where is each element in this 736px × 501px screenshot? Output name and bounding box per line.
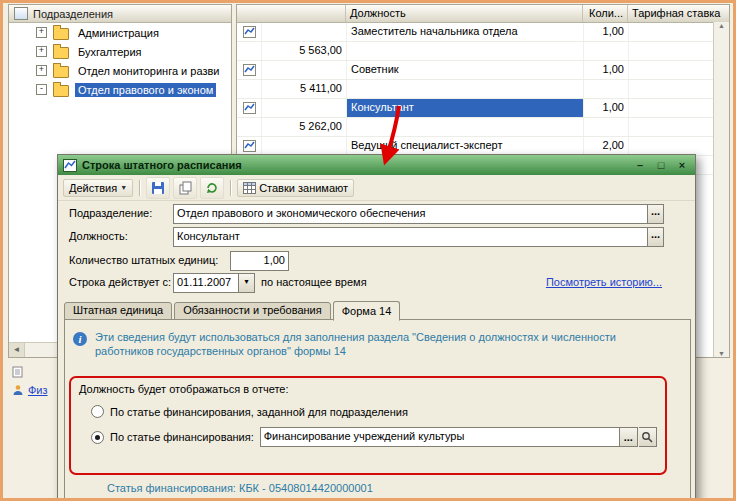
option-label[interactable]: По статье финансирования, заданной для п… — [110, 406, 408, 418]
tree-item-label: Администрация — [75, 26, 162, 40]
table-row[interactable]: 5 411,00 — [237, 80, 729, 99]
view-history-link[interactable]: Посмотреть историю... — [546, 273, 662, 291]
position-cell[interactable]: Ведущий специалист-эксперт — [347, 137, 584, 155]
rates-occupied-label: Ставки занимают — [259, 182, 348, 194]
tree-item-label: Бухгалтерия — [75, 45, 145, 59]
expand-icon[interactable]: + — [36, 65, 47, 76]
dialog-toolbar: Действия ▼ Ставки занимают — [58, 175, 695, 201]
choose-button[interactable]: ... — [620, 427, 638, 447]
choose-button[interactable]: ... — [647, 205, 663, 223]
tree-item-administration[interactable]: + Администрация — [9, 23, 231, 42]
date-field[interactable]: 01.11.2007 ▾ — [173, 273, 255, 293]
department-value[interactable]: Отдел правового и экономического обеспеч… — [174, 205, 647, 223]
scroll-down-icon[interactable]: ▼ — [718, 350, 725, 357]
ellipsis-icon: ... — [624, 431, 633, 443]
form14-tab-panel: i Эти сведения будут использоваться для … — [64, 319, 691, 501]
salary-cell[interactable]: 5 411,00 — [262, 80, 347, 98]
rates-occupied-button[interactable]: Ставки занимают — [237, 179, 354, 197]
expand-icon[interactable]: + — [36, 27, 47, 38]
maximize-button[interactable]: □ — [653, 159, 669, 171]
dialog-icon — [63, 159, 77, 172]
department-field[interactable]: Отдел правового и экономического обеспеч… — [173, 204, 664, 224]
tree-item-label: Отдел мониторинга и разви — [75, 64, 222, 78]
count-field[interactable]: 1,00 — [230, 251, 289, 271]
scroll-up-icon[interactable]: ▲ — [718, 22, 725, 29]
table-vertical-scrollbar[interactable]: ▲ ▼ — [713, 22, 729, 357]
tree-item-monitoring[interactable]: + Отдел мониторинга и разви — [9, 61, 231, 80]
shortcut-item[interactable] — [12, 366, 23, 378]
dialog-title: Строка штатного расписания — [82, 159, 627, 171]
shortcut-item-phys-persons[interactable]: Физ — [12, 384, 48, 396]
position-field[interactable]: Консультант ... — [173, 227, 664, 247]
tab-duties[interactable]: Обязанности и требования — [174, 302, 331, 320]
highlight-red-box: Должность будет отображаться в отчете: П… — [69, 376, 667, 475]
tree-header-icon — [14, 7, 28, 20]
position-value[interactable]: Консультант — [174, 228, 647, 246]
header-position[interactable]: Должность — [346, 5, 583, 22]
count-value[interactable]: 1,00 — [231, 252, 288, 270]
count-cell[interactable]: 2,00 — [584, 137, 629, 155]
count-cell[interactable]: 1,00 — [584, 99, 629, 117]
open-button[interactable] — [639, 427, 657, 447]
salary-cell — [262, 23, 347, 41]
table-row[interactable]: Советник 1,00 — [237, 61, 729, 80]
count-cell[interactable]: 1,00 — [584, 23, 629, 41]
document-icon — [12, 366, 23, 378]
financing-article-footnote: Статья финансирования: КБК - 05408014420… — [107, 482, 373, 494]
tab-strip: Штатная единица Обязанности и требования… — [64, 302, 402, 320]
position-label: Должность: — [69, 227, 128, 245]
actions-button[interactable]: Действия ▼ — [63, 179, 133, 197]
position-cell-selected[interactable]: Консультант — [347, 99, 584, 117]
tree-item-accounting[interactable]: + Бухгалтерия — [9, 42, 231, 61]
info-text: Эти сведения будут использоваться для за… — [95, 330, 640, 358]
salary-cell[interactable]: 5 262,00 — [262, 118, 347, 136]
choose-button[interactable]: ... — [647, 228, 663, 246]
table-row[interactable]: 5 563,00 — [237, 42, 729, 61]
row-chart-icon — [237, 23, 262, 41]
financing-article-value[interactable]: Финансирование учреждений культуры — [261, 428, 619, 446]
close-button[interactable]: × — [674, 159, 690, 171]
tab-staff-unit[interactable]: Штатная единица — [64, 302, 172, 320]
radio-selected-icon[interactable] — [91, 431, 104, 444]
option-department-financing[interactable]: По статье финансирования, заданной для п… — [91, 405, 408, 418]
screenshot-root: Подразделения + Администрация + Бухгалте… — [0, 0, 736, 501]
copy-button[interactable] — [173, 177, 197, 199]
option-label[interactable]: По статье финансирования: — [110, 431, 254, 443]
tab-form14[interactable]: Форма 14 — [333, 301, 401, 321]
position-cell[interactable]: Советник — [347, 61, 584, 79]
table-row[interactable]: Заместитель начальника отдела 1,00 — [237, 23, 729, 42]
option-financing-article[interactable]: По статье финансирования: Финансирование… — [91, 427, 657, 447]
floppy-icon — [151, 181, 165, 195]
shortcut-label[interactable]: Физ — [28, 384, 48, 396]
salary-cell — [262, 137, 347, 155]
table-grid-icon — [243, 182, 256, 194]
tree-header[interactable]: Подразделения — [9, 5, 231, 23]
count-label: Количество штатных единиц: — [69, 251, 218, 269]
table-row[interactable]: 5 262,00 — [237, 118, 729, 137]
header-rate[interactable]: Тарифная ставка — [628, 5, 730, 22]
calendar-dropdown-icon[interactable]: ▾ — [238, 274, 254, 292]
collapse-icon[interactable]: - — [36, 84, 47, 95]
scroll-left-icon[interactable]: ◄ — [9, 343, 25, 357]
table-header-row: Должность Коли... Тарифная ставка — [237, 5, 729, 23]
minimize-button[interactable]: – — [632, 159, 648, 171]
tree-item-legal-selected[interactable]: - Отдел правового и эконом — [9, 80, 231, 99]
actions-label: Действия — [69, 182, 117, 194]
department-label: Подразделение: — [69, 204, 152, 222]
financing-article-field[interactable]: Финансирование учреждений культуры — [260, 427, 620, 447]
date-suffix: по настоящее время — [261, 273, 367, 291]
table-row-selected[interactable]: Консультант 1,00 — [237, 99, 729, 118]
date-value[interactable]: 01.11.2007 — [174, 274, 238, 292]
staffing-row-dialog: Строка штатного расписания – □ × Действи… — [57, 154, 696, 501]
save-button[interactable] — [146, 177, 170, 199]
count-cell[interactable]: 1,00 — [584, 61, 629, 79]
header-count[interactable]: Коли... — [583, 5, 628, 22]
radio-unselected-icon[interactable] — [91, 405, 104, 418]
salary-cell[interactable]: 5 563,00 — [262, 42, 347, 60]
header-blank — [237, 5, 346, 22]
dialog-title-bar[interactable]: Строка штатного расписания – □ × — [58, 155, 695, 175]
expand-icon[interactable]: + — [36, 46, 47, 57]
refresh-button[interactable] — [200, 177, 224, 199]
position-cell[interactable]: Заместитель начальника отдела — [347, 23, 584, 41]
copy-icon — [178, 181, 192, 195]
